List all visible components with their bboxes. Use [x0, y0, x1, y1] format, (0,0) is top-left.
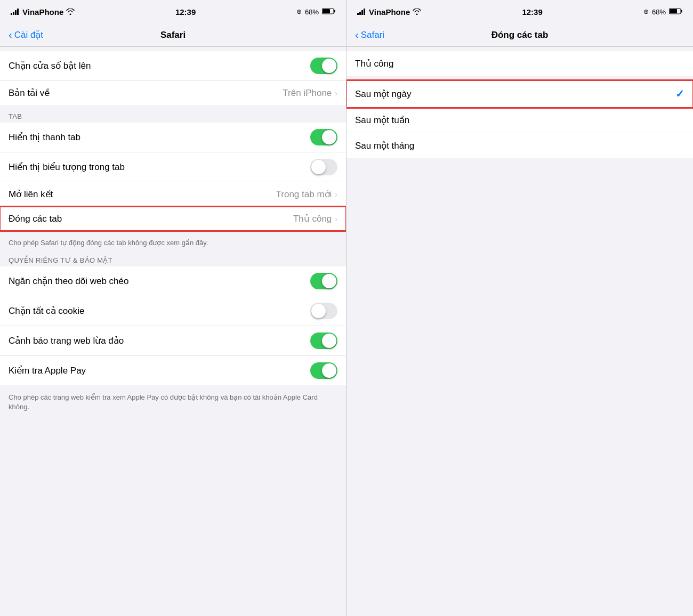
- fraud-warning-toggle[interactable]: [310, 333, 337, 349]
- carrier-signal-right: VinaPhone: [357, 7, 421, 17]
- row-after-one-day[interactable]: Sau một ngày ✓: [346, 80, 693, 108]
- gray-filler: [346, 163, 693, 322]
- left-panel: VinaPhone 12:39 ⊕ 68%: [0, 0, 346, 616]
- carrier-left: VinaPhone: [22, 7, 63, 17]
- group-privacy: Ngăn chặn theo dõi web chéo Chặn tất cả …: [0, 266, 346, 385]
- open-links-chevron: ›: [335, 190, 337, 199]
- svg-rect-8: [359, 12, 361, 15]
- wifi-icon-right: [413, 7, 421, 17]
- row-popup-blocker[interactable]: Chặn cửa sổ bật lên: [0, 51, 346, 81]
- battery-icon-left: [322, 8, 335, 16]
- row-show-tab-bar[interactable]: Hiển thị thanh tab: [0, 123, 346, 152]
- after-one-day-label: Sau một ngày: [355, 88, 411, 100]
- block-cookies-toggle[interactable]: [310, 303, 337, 319]
- svg-rect-13: [670, 9, 677, 13]
- back-button-left[interactable]: ‹ Cài đặt: [9, 29, 43, 41]
- row-manual[interactable]: Thủ công: [346, 51, 693, 76]
- privacy-section-header: QUYỀN RIÊNG TƯ & BẢO MẬT: [0, 253, 346, 266]
- nav-bar-right: ‹ Safari Đóng các tab: [346, 23, 693, 47]
- close-tabs-chevron: ›: [335, 215, 337, 223]
- svg-rect-9: [361, 10, 363, 15]
- row-after-one-month[interactable]: Sau một tháng: [346, 133, 693, 158]
- tab-section-footer: Cho phép Safari tự động đóng các tab khô…: [0, 235, 346, 253]
- row-apple-pay[interactable]: Kiểm tra Apple Pay: [0, 356, 346, 385]
- svg-rect-7: [357, 13, 359, 15]
- back-chevron-left: ‹: [9, 29, 12, 41]
- nav-bar-left: ‹ Cài đặt Safari: [0, 23, 346, 47]
- location-icon-right: ⊕: [643, 8, 649, 15]
- popup-blocker-label: Chặn cửa sổ bật lên: [9, 60, 310, 71]
- status-bar-right: VinaPhone 12:39 ⊕ 68%: [346, 0, 693, 23]
- show-tab-bar-toggle[interactable]: [310, 129, 337, 145]
- carrier-right: VinaPhone: [369, 7, 410, 17]
- signal-icon-left: [11, 7, 20, 17]
- show-tab-icons-toggle[interactable]: [310, 159, 337, 175]
- battery-area-right: ⊕ 68%: [643, 8, 682, 16]
- settings-scroll-left[interactable]: Chặn cửa sổ bật lên Bản tải về Trên iPho…: [0, 47, 346, 616]
- after-one-week-label: Sau một tuần: [355, 115, 409, 126]
- show-tab-icons-label: Hiển thị biểu tượng trong tab: [9, 161, 310, 173]
- open-links-label: Mở liên kết: [9, 189, 276, 200]
- group-auto-close: Sau một ngày ✓ Sau một tuần Sau một thán…: [346, 80, 693, 158]
- row-close-tabs[interactable]: Đóng các tab Thủ công ›: [0, 207, 346, 231]
- row-open-links[interactable]: Mở liên kết Trong tab mới ›: [0, 182, 346, 207]
- battery-percent-left: 68%: [305, 8, 319, 16]
- apple-pay-toggle[interactable]: [310, 362, 337, 379]
- popup-blocker-toggle[interactable]: [310, 58, 337, 74]
- after-one-day-checkmark: ✓: [675, 87, 684, 100]
- battery-icon-right: [669, 8, 682, 16]
- back-label-right: Safari: [361, 30, 384, 40]
- toggle-knob: [322, 274, 336, 288]
- svg-rect-2: [15, 10, 17, 15]
- battery-percent-right: 68%: [652, 8, 666, 16]
- close-tabs-label: Đóng các tab: [9, 214, 293, 224]
- fraud-warning-label: Cảnh báo trang web lừa đảo: [9, 335, 310, 346]
- row-fraud-warning[interactable]: Cảnh báo trang web lừa đảo: [0, 326, 346, 356]
- downloads-value: Trên iPhone: [283, 88, 332, 99]
- row-downloads[interactable]: Bản tải về Trên iPhone ›: [0, 81, 346, 105]
- back-label-left: Cài đặt: [14, 29, 43, 40]
- cross-site-label: Ngăn chặn theo dõi web chéo: [9, 275, 310, 287]
- status-bar-left: VinaPhone 12:39 ⊕ 68%: [0, 0, 346, 23]
- close-tabs-value: Thủ công: [293, 213, 332, 224]
- downloads-label: Bản tải về: [9, 87, 283, 99]
- row-cross-site[interactable]: Ngăn chặn theo dõi web chéo: [0, 266, 346, 296]
- location-icon-left: ⊕: [296, 8, 302, 15]
- svg-rect-1: [13, 12, 14, 15]
- cross-site-toggle[interactable]: [310, 273, 337, 289]
- toggle-knob: [322, 130, 336, 144]
- show-tab-bar-label: Hiển thị thanh tab: [9, 132, 310, 143]
- toggle-knob: [322, 59, 336, 73]
- svg-rect-12: [681, 10, 682, 12]
- time-left: 12:39: [175, 7, 196, 17]
- carrier-signal-left: VinaPhone: [11, 7, 75, 17]
- group-tab: Hiển thị thanh tab Hiển thị biểu tượng t…: [0, 123, 346, 231]
- svg-rect-0: [11, 13, 12, 15]
- nav-title-right: Đóng các tab: [491, 30, 549, 40]
- group-general: Chặn cửa sổ bật lên Bản tải về Trên iPho…: [0, 51, 346, 105]
- settings-scroll-right[interactable]: Thủ công Sau một ngày ✓ Sau một tuần Sau…: [346, 47, 693, 616]
- svg-rect-3: [17, 9, 19, 15]
- apple-pay-label: Kiểm tra Apple Pay: [9, 365, 310, 376]
- time-right: 12:39: [522, 7, 542, 17]
- battery-area-left: ⊕ 68%: [296, 8, 335, 16]
- after-one-month-label: Sau một tháng: [355, 140, 414, 151]
- tab-section-header: TAB: [0, 109, 346, 123]
- row-show-tab-icons[interactable]: Hiển thị biểu tượng trong tab: [0, 152, 346, 182]
- open-links-value: Trong tab mới: [276, 189, 332, 200]
- back-chevron-right: ‹: [355, 29, 359, 41]
- signal-icon-right: [357, 7, 366, 17]
- svg-rect-6: [323, 9, 330, 13]
- group-manual: Thủ công: [346, 51, 693, 76]
- toggle-knob: [311, 304, 326, 318]
- wifi-icon-left: [66, 7, 75, 17]
- row-block-cookies[interactable]: Chặn tất cả cookie: [0, 296, 346, 326]
- nav-title-left: Safari: [160, 30, 186, 40]
- row-after-one-week[interactable]: Sau một tuần: [346, 108, 693, 133]
- back-button-right[interactable]: ‹ Safari: [355, 29, 384, 41]
- toggle-knob: [322, 334, 336, 348]
- svg-rect-5: [334, 10, 335, 12]
- toggle-knob: [311, 160, 326, 174]
- manual-option-label: Thủ công: [355, 58, 393, 69]
- svg-rect-10: [364, 9, 365, 15]
